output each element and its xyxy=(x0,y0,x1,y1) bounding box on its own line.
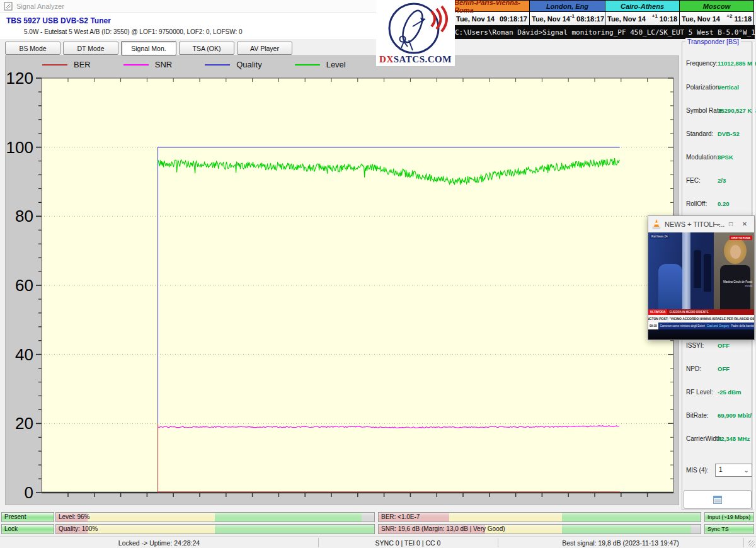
mis-label: MIS (4): xyxy=(686,467,709,474)
tab-av-player[interactable]: AV Player xyxy=(237,42,292,55)
clock-city: London, Eng xyxy=(530,1,605,12)
panel-row: CarrierWidth:42,348 MHz xyxy=(682,435,752,444)
svg-text:60: 60 xyxy=(15,276,33,295)
device-title: TBS 5927 USB DVB-S2 Tuner xyxy=(6,16,111,25)
video-lower-area xyxy=(648,329,754,340)
person-silhouette xyxy=(704,254,711,292)
resize-grip[interactable] xyxy=(748,540,755,547)
status-bar: Locked -> Uptime: 24:28:24 SYNC 0 | TEI … xyxy=(0,536,756,548)
stream-list-icon xyxy=(713,496,722,504)
svg-text:100: 100 xyxy=(6,138,33,157)
panel-row: FEC:2/3 xyxy=(682,177,752,186)
legend-item-ber: BER xyxy=(42,60,91,69)
svg-text:80: 80 xyxy=(15,207,33,225)
person-silhouette xyxy=(694,250,701,288)
studio-scene xyxy=(648,232,714,309)
status-sync: SYNC 0 | TEI 0 | CC 0 xyxy=(318,537,498,548)
snr-line-swatch xyxy=(123,64,149,66)
present-indicator: Present xyxy=(1,512,54,522)
clock-2: Cairo-AthensTue, Nov 14+110:18 xyxy=(605,1,680,25)
close-button[interactable]: ✕ xyxy=(740,220,749,229)
channel-watermark: Rai News 24 xyxy=(650,234,669,239)
panel-row: Frequency:11012,885 MHz xyxy=(682,60,752,69)
stage-pillar xyxy=(682,232,690,309)
panel-row: Symbol Rate:35290,527 KS/s xyxy=(682,107,752,116)
panel-header: Transponder [BS] xyxy=(685,38,741,45)
panel-row: NPD:OFF xyxy=(682,365,752,374)
video-frame[interactable]: Rai News 24 DIRETTA ROMA Martina Ciech d… xyxy=(648,232,754,340)
lock-indicator: Lock xyxy=(1,524,54,534)
dxsatcs-logo: DXSATCS.COM xyxy=(376,0,455,66)
legend-item-level: Level xyxy=(295,60,346,69)
quality-meter: Quality: 100% xyxy=(55,524,375,534)
stage-chair xyxy=(658,264,682,309)
clock-1: London, EngTue, Nov 14-108:18:17 xyxy=(530,1,605,25)
breaking-strip: ULTIM'ORA GUERRA IN MEDIO ORIENTE xyxy=(648,309,754,315)
svg-text:120: 120 xyxy=(6,69,33,88)
clock-time: Tue, Nov 14-108:18:17 xyxy=(530,12,605,25)
transport-stream-button[interactable] xyxy=(684,490,752,509)
clock-city: Moscow xyxy=(680,1,753,12)
svg-text:0: 0 xyxy=(25,483,33,502)
signal-chart: 020406080100120 BER SNR Quality Level xyxy=(5,55,679,505)
ultimora-tag: ULTIM'ORA xyxy=(648,309,667,315)
vlc-cone-icon xyxy=(652,219,661,229)
vlc-titlebar[interactable]: NEWS + TITOLI -... — □ ✕ xyxy=(648,216,754,232)
tab-dt-mode[interactable]: DT Mode xyxy=(63,42,118,55)
panel-row: RollOff:0.20 xyxy=(682,200,752,209)
satellite-dish-icon xyxy=(376,0,455,54)
minimize-button[interactable]: — xyxy=(713,220,721,229)
status-uptime: Locked -> Uptime: 24:28:24 xyxy=(0,537,318,548)
snr-meter: SNR: 19,6 dB (Margin: 13,0 dB | Very Goo… xyxy=(378,524,701,534)
logo-text: DXSATCS.COM xyxy=(376,54,455,65)
tab-bs-mode[interactable]: BS Mode xyxy=(5,42,60,55)
world-clocks: Berlin-Paris-Vienna-RomaTue, Nov 1409:18… xyxy=(454,0,754,25)
ber-line-swatch xyxy=(42,64,67,66)
svg-text:20: 20 xyxy=(15,414,33,433)
live-badge: DIRETTA ROMA xyxy=(730,236,752,240)
tab-signal-mon[interactable]: Signal Mon. xyxy=(121,41,176,55)
app-icon xyxy=(4,2,13,11)
clock-time: Tue, Nov 14+211:18 xyxy=(680,12,753,25)
quality-line-swatch xyxy=(205,64,230,66)
clock-city: Cairo-Athens xyxy=(605,1,679,12)
mis-select[interactable]: 1⌄ xyxy=(715,464,752,477)
clock-0: Berlin-Paris-Vienna-RomaTue, Nov 1409:18… xyxy=(454,1,530,25)
maximize-button[interactable]: □ xyxy=(726,220,735,229)
news-ticker: 09:18 Cameron come ministro degli Esteri… xyxy=(648,323,754,329)
window-title: Signal Analyzer xyxy=(16,3,64,10)
ber-meter: BER: <1.0E-7 xyxy=(378,512,701,522)
panel-row: Polarization:Vertical xyxy=(682,84,752,93)
vlc-window[interactable]: NEWS + TITOLI -... — □ ✕ Rai News 24 DIR… xyxy=(648,215,755,340)
clock-city: Berlin-Paris-Vienna-Roma xyxy=(454,1,529,12)
clock-3: MoscowTue, Nov 14+211:18 xyxy=(680,1,753,25)
chevron-down-icon: ⌄ xyxy=(744,465,749,476)
reporter-scene xyxy=(714,232,754,309)
chart-plot: 020406080100120 xyxy=(6,56,679,505)
panel-row: RF Level:-25 dBm xyxy=(682,389,752,397)
clock-time: Tue, Nov 1409:18:17 xyxy=(454,12,529,25)
panel-row: ISSYI:OFF xyxy=(682,342,752,351)
tab-tsa[interactable]: TSA (OK) xyxy=(179,42,234,55)
chart-legend: BER SNR Quality Level xyxy=(42,60,346,69)
headline-bar: WASHINGTON POST: "VICINO ACCORDO HAMAS-I… xyxy=(648,315,754,323)
status-best-signal: Best signal: 19,8 dB (2023-11-13 19:47) xyxy=(498,537,743,548)
level-meter: Level: 96% xyxy=(55,512,375,522)
input-indicator: Input (~19 Mbps) xyxy=(704,512,754,522)
reporter-face xyxy=(730,245,741,259)
syncts-indicator: Sync TS xyxy=(704,524,754,534)
panel-row: Standard:DVB-S2 xyxy=(682,130,752,139)
legend-item-quality: Quality xyxy=(205,60,261,69)
svg-text:40: 40 xyxy=(15,345,33,364)
clock-time: Tue, Nov 14+110:18 xyxy=(605,12,679,25)
panel-row: BitRate:69,909 Mbit/s xyxy=(682,412,752,421)
reporter-caption: Martina Ciech de Fossiinviata xyxy=(723,280,752,288)
legend-item-snr: SNR xyxy=(123,60,172,69)
level-line-swatch xyxy=(295,64,320,66)
device-subtitle: 5.0W - Eutelsat 5 West A/B (ID: 3550) @ … xyxy=(24,28,243,35)
panel-row: Modulation:8PSK xyxy=(682,154,752,163)
